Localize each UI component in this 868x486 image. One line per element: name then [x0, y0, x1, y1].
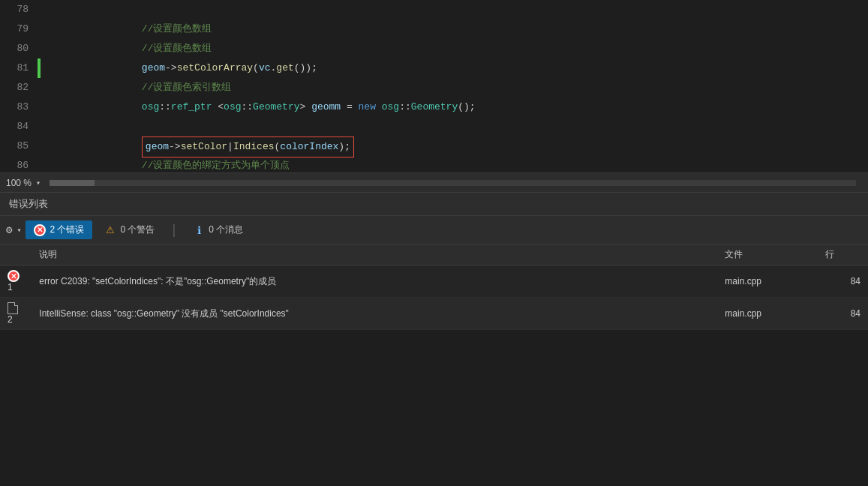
- row-intellisense-icon-2: [8, 302, 18, 314]
- line-number-81: 81: [0, 58, 38, 78]
- error-table: 说明 文件 行 ✕ 1 error C2039: "setColorIndice…: [0, 244, 868, 330]
- code-content-78: //设置颜色数组: [41, 0, 868, 20]
- warning-count-button[interactable]: ⚠ 0 个警告: [97, 221, 162, 238]
- scrollbar-thumb[interactable]: [50, 180, 95, 186]
- line-number-85: 85: [0, 136, 38, 156]
- row-num-2: 2: [0, 298, 32, 330]
- error-count-button[interactable]: ✕ 2 个错误: [26, 220, 92, 239]
- code-line-86: 86 geom->setColorBinding(osg::Geometry::…: [0, 156, 868, 172]
- row-line-1: 84: [818, 266, 868, 298]
- line-number-80: 80: [0, 39, 38, 58]
- row-error-icon-1: ✕: [8, 270, 20, 282]
- error-panel-title: 错误列表: [0, 193, 868, 216]
- code-content-84: geom->setColor|Indices(colorIndex);: [41, 117, 868, 136]
- code-line-82: 82 osg::ref_ptr <osg::Geometry> geomm = …: [0, 78, 868, 98]
- code-content-79: //设置颜色数组: [41, 20, 868, 39]
- error-toolbar: ⚙ ▾ ✕ 2 个错误 ⚠ 0 个警告 | ℹ 0 个消息: [0, 216, 868, 244]
- code-content-85: //设置颜色的绑定方式为单个顶点: [41, 136, 868, 156]
- separator-1: |: [170, 223, 179, 238]
- table-header-row: 说明 文件 行: [0, 244, 868, 266]
- horizontal-scrollbar[interactable]: [50, 180, 856, 186]
- zoom-level[interactable]: 100 %: [6, 178, 32, 188]
- code-line-81: 81 //设置颜色索引数组: [0, 58, 868, 78]
- code-line-79: 79 //设置颜色数组: [0, 20, 868, 39]
- code-content-86: geom->setColorBinding(osg::Geometry::BIN…: [41, 156, 868, 172]
- row-line-2: 84: [818, 298, 868, 330]
- row-description-2: IntelliSense: class "osg::Geometry" 没有成员…: [32, 298, 717, 330]
- info-count-button[interactable]: ℹ 0 个消息: [185, 221, 251, 238]
- row-file-2: main.cpp: [717, 298, 818, 330]
- line-number-86: 86: [0, 156, 38, 172]
- status-bar: 100 % ▾: [0, 172, 868, 192]
- table-row-1[interactable]: ✕ 1 error C2039: "setColorIndices": 不是"o…: [0, 266, 868, 298]
- code-line-78: 78 //设置颜色数组: [0, 0, 868, 20]
- col-header-file: 文件: [717, 244, 818, 266]
- warning-icon: ⚠: [104, 224, 116, 236]
- code-line-80: 80 geom->setColorArray(vc.get());: [0, 39, 868, 58]
- code-lines: 78 //设置颜色数组 79 //设置颜色数组 80 geom->setColo…: [0, 0, 868, 172]
- line-number-83: 83: [0, 98, 38, 117]
- code-line-83: 83: [0, 98, 868, 117]
- zoom-dropdown-icon[interactable]: ▾: [36, 178, 41, 188]
- table-row-2[interactable]: 2 IntelliSense: class "osg::Geometry" 没有…: [0, 298, 868, 330]
- code-content-81: //设置颜色索引数组: [41, 58, 868, 78]
- code-content-83: [41, 98, 868, 117]
- filter-dropdown-icon[interactable]: ▾: [17, 226, 21, 235]
- code-line-85: 85 //设置颜色的绑定方式为单个顶点: [0, 136, 868, 156]
- info-icon: ℹ: [193, 224, 205, 236]
- col-header-num: [0, 244, 32, 266]
- row-description-1: error C2039: "setColorIndices": 不是"osg::…: [32, 266, 717, 298]
- line-number-84: 84: [0, 117, 38, 136]
- line-number-79: 79: [0, 20, 38, 39]
- error-circle-icon: ✕: [34, 224, 46, 236]
- code-editor[interactable]: 78 //设置颜色数组 79 //设置颜色数组 80 geom->setColo…: [0, 0, 868, 172]
- col-header-line: 行: [818, 244, 868, 266]
- error-panel: 错误列表 ⚙ ▾ ✕ 2 个错误 ⚠ 0 个警告 | ℹ 0 个消息 说明: [0, 192, 868, 330]
- code-line-84: 84 geom->setColor|Indices(colorIndex);: [0, 117, 868, 136]
- filter-icon[interactable]: ⚙: [6, 224, 12, 236]
- code-content-82: osg::ref_ptr <osg::Geometry> geomm = new…: [41, 78, 868, 98]
- line-number-78: 78: [0, 0, 38, 20]
- col-header-description: 说明: [32, 244, 717, 266]
- row-file-1: main.cpp: [717, 266, 818, 298]
- code-content-80: geom->setColorArray(vc.get());: [41, 39, 868, 58]
- line-number-82: 82: [0, 78, 38, 98]
- row-num-1: ✕ 1: [0, 266, 32, 298]
